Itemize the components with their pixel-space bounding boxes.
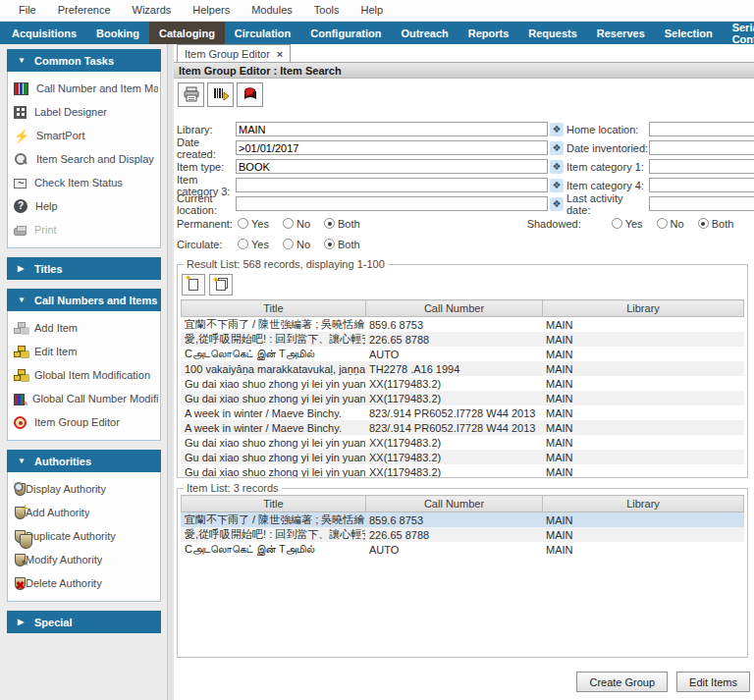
column-header-title[interactable]: Title [182, 300, 366, 317]
menu-help[interactable]: Help [350, 0, 394, 21]
sidebar-section-header-common-tasks[interactable]: ▼Common Tasks [7, 49, 161, 72]
module-tab-booking[interactable]: Booking [86, 22, 149, 44]
sidebar-item-add-item[interactable]: Add Item [14, 316, 158, 340]
radio-permanent-no[interactable] [283, 218, 294, 229]
radio-shadowed-both[interactable] [698, 218, 709, 229]
gadget-diamond-icon[interactable]: ❖ [550, 179, 564, 192]
sidebar-item-duplicate-authority[interactable]: Duplicate Authority [14, 524, 158, 548]
table-row[interactable]: Cஅடலொகெட் இன் Tஅமில்AUTOMAIN [181, 542, 744, 557]
table-row[interactable]: 宜蘭不下雨了 / 陳世強編著 ; 吳曉恬繪圖859.6 8753MAIN [181, 317, 744, 332]
radio-shadowed-no[interactable] [657, 218, 668, 229]
sidebar-item-edit-item[interactable]: Edit Item [14, 340, 158, 363]
menu-wizards[interactable]: Wizards [122, 0, 183, 21]
sidebar-item-item-search-and-display[interactable]: Item Search and Display [14, 147, 158, 171]
module-tab-reports[interactable]: Reports [458, 22, 519, 44]
menu-file[interactable]: File [8, 0, 47, 21]
sidebar-item-global-call-number-modific[interactable]: Global Call Number Modific... [14, 387, 158, 410]
column-header-title[interactable]: Title [182, 496, 366, 512]
menu-preference[interactable]: Preference [47, 0, 122, 21]
menu-tools[interactable]: Tools [303, 0, 350, 21]
module-tab-outreach[interactable]: Outreach [391, 22, 458, 44]
radio-circulate-yes[interactable] [238, 239, 248, 249]
input-item-category-1[interactable] [649, 159, 754, 174]
cell-library: MAIN [542, 527, 744, 542]
menu-helpers[interactable]: Helpers [182, 0, 241, 21]
sidebar-section-header-special[interactable]: ▶Special [7, 611, 161, 633]
input-item-category-4[interactable] [649, 178, 754, 192]
sidebar-item-item-group-editor[interactable]: Item Group Editor [14, 410, 158, 434]
sidebar-item-check-item-status[interactable]: Check Item Status [14, 171, 158, 194]
sidebar-item-global-item-modification[interactable]: Global Item Modification [14, 363, 158, 387]
radio-permanent-both[interactable] [324, 218, 335, 229]
cell-call-number: AUTO [365, 347, 542, 361]
table-row[interactable]: Gu dai xiao shuo zhong yi lei yin yuan g… [181, 464, 744, 477]
table-row[interactable]: 愛,從呼吸開始吧! : 回到當下、讓心輕安的禪修之...226.65 8788M… [181, 527, 744, 542]
copy-pages-button[interactable] [209, 274, 233, 296]
sidebar-item-delete-authority[interactable]: Delete Authority [14, 571, 158, 595]
item-search-button[interactable] [207, 82, 234, 107]
module-tab-reserves[interactable]: Reserves [587, 22, 655, 44]
module-tab-selection[interactable]: Selection [655, 22, 723, 44]
module-tab-cataloging[interactable]: Cataloging [149, 22, 225, 44]
column-header-library[interactable]: Library [543, 300, 744, 317]
table-row[interactable]: Gu dai xiao shuo zhong yi lei yin yuan g… [181, 391, 744, 405]
table-row[interactable]: 愛,從呼吸開始吧! : 回到當下、讓心輕安的禪修之...226.65 8788M… [181, 332, 744, 347]
table-row[interactable]: 宜蘭不下雨了 / 陳世強編著 ; 吳曉恬繪圖859.6 8753MAIN [181, 512, 744, 527]
table-row[interactable]: A week in winter / Maeve Binchy.823/.914… [181, 420, 744, 435]
sidebar-item-smartport[interactable]: SmartPort [14, 124, 158, 147]
radio-circulate-both[interactable] [324, 239, 335, 249]
radio-group-shadowed: YesNoBoth [612, 218, 744, 230]
module-tab-configuration[interactable]: Configuration [300, 22, 391, 44]
create-group-button[interactable]: Create Group [576, 672, 668, 692]
print-button[interactable] [178, 82, 204, 107]
column-header-call-number[interactable]: Call Number [366, 496, 543, 512]
menu-modules[interactable]: Modules [241, 0, 303, 21]
radio-shadowed-yes[interactable] [612, 218, 622, 229]
sidebar-item-help[interactable]: Help [14, 194, 158, 218]
edit-items-button[interactable]: Edit Items [676, 672, 750, 692]
input-date-inventoried[interactable] [649, 140, 754, 155]
sidebar-item-label-designer[interactable]: Label Designer [14, 100, 158, 124]
module-tab-circulation[interactable]: Circulation [225, 22, 300, 44]
add-page-button[interactable] [182, 274, 205, 296]
gadget-diamond-icon[interactable]: ❖ [550, 123, 564, 136]
close-icon[interactable]: × [277, 48, 283, 60]
column-header-call-number[interactable]: Call Number [366, 300, 543, 317]
column-header-library[interactable]: Library [543, 496, 744, 512]
sidebar-section-header-call-numbers-and-items[interactable]: ▼Call Numbers and Items [7, 289, 161, 311]
sidebar-section-header-authorities[interactable]: ▼Authorities [7, 450, 161, 472]
input-library[interactable] [236, 122, 548, 136]
table-rows: 宜蘭不下雨了 / 陳世強編著 ; 吳曉恬繪圖859.6 8753MAIN愛,從呼… [181, 317, 744, 477]
splitter-handle[interactable] [167, 44, 174, 700]
gadget-diamond-icon[interactable]: ❖ [550, 197, 564, 211]
table-row[interactable]: 100 vakaiyāṉa marakkatavukaḷ, jaṉṉal māt… [181, 361, 744, 376]
tab-item-group-editor[interactable]: Item Group Editor × [177, 44, 291, 62]
input-current-location[interactable] [236, 196, 548, 211]
gadget-diamond-icon[interactable]: ❖ [550, 160, 564, 174]
table-row[interactable]: Cஅடலொகெட் இன் Tஅமில்AUTOMAIN [181, 347, 744, 361]
sidebar-section-header-titles[interactable]: ▶Titles [7, 257, 161, 280]
table-row[interactable]: Gu dai xiao shuo zhong yi lei yin yuan g… [181, 435, 744, 450]
radio-label: Yes [251, 218, 269, 230]
sidebar-item-add-authority[interactable]: Add Authority [14, 501, 158, 524]
module-tab-requests[interactable]: Requests [518, 22, 587, 44]
input-home-location[interactable] [649, 122, 754, 136]
sidebar-item-display-authority[interactable]: Display Authority [14, 477, 158, 501]
sidebar-item-call-number-and-item-maint[interactable]: Call Number and Item Maint... [14, 77, 158, 100]
module-tab-acquisitions[interactable]: Acquisitions [2, 22, 86, 44]
radio-circulate-no[interactable] [283, 239, 294, 249]
item-group-editor-icon [14, 416, 27, 429]
radio-permanent-yes[interactable] [238, 218, 248, 229]
table-row[interactable]: Gu dai xiao shuo zhong yi lei yin yuan g… [181, 376, 744, 391]
sidebar-item-modify-authority[interactable]: Modify Authority [14, 548, 158, 571]
item-group-edit-button[interactable] [237, 82, 263, 107]
table-row[interactable]: A week in winter / Maeve Binchy.823/.914… [181, 405, 744, 420]
module-tab-serial-control[interactable]: Serial Control [723, 22, 754, 44]
gadget-diamond-icon[interactable]: ❖ [550, 141, 564, 155]
input-last-activity-date[interactable] [649, 196, 754, 211]
cell-title: 愛,從呼吸開始吧! : 回到當下、讓心輕安的禪修之... [181, 527, 365, 542]
table-row[interactable]: Gu dai xiao shuo zhong yi lei yin yuan g… [181, 450, 744, 464]
input-date-created[interactable] [236, 140, 548, 155]
input-item-category-3[interactable] [236, 178, 548, 192]
input-item-type[interactable] [236, 159, 548, 174]
